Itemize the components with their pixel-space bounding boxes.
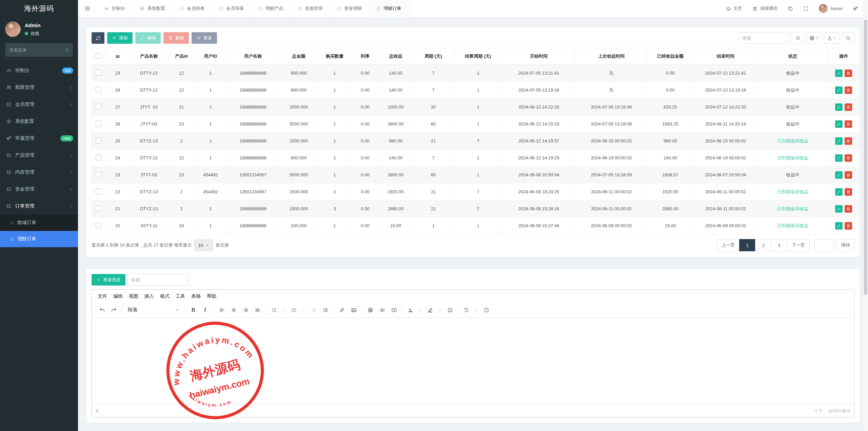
editor-menu-view[interactable]: 视图 — [126, 291, 141, 301]
settings-button[interactable] — [853, 6, 859, 12]
editor-menu-insert[interactable]: 插入 — [141, 291, 157, 301]
delete-row-button[interactable] — [845, 188, 852, 196]
nav-tab-4[interactable]: 理财产品 — [251, 0, 291, 17]
message-title-input[interactable] — [127, 274, 189, 286]
user-menu[interactable]: Admin — [819, 4, 843, 13]
select-all-checkbox[interactable] — [96, 53, 101, 59]
align-left-button[interactable] — [216, 304, 228, 316]
add-button[interactable]: 添加 — [107, 32, 133, 44]
sidebar-item-8[interactable]: 订单管理 — [0, 198, 78, 215]
sidebar-search-input[interactable] — [5, 43, 73, 57]
sidebar-toggle-button[interactable] — [78, 5, 97, 12]
sidebar-item-1[interactable]: 权限管理 — [0, 79, 78, 96]
next-page-button[interactable]: 下一页 — [787, 239, 810, 251]
row-checkbox[interactable] — [96, 87, 101, 93]
preview-button[interactable] — [376, 304, 388, 316]
clear-cache-button[interactable]: 清除缓存 — [752, 5, 777, 12]
align-justify-button[interactable] — [252, 304, 263, 316]
row-checkbox[interactable] — [96, 189, 101, 194]
media-button[interactable] — [388, 304, 400, 316]
nav-tab-1[interactable]: 系统配置 — [133, 0, 173, 17]
sidebar-item-5[interactable]: 产品管理 — [0, 147, 78, 164]
sidebar-item-0[interactable]: 控制台hot — [0, 62, 78, 79]
numbered-list-button[interactable]: 123 — [288, 304, 299, 316]
edit-row-button[interactable] — [835, 137, 843, 145]
delete-row-button[interactable] — [845, 137, 852, 145]
row-checkbox[interactable] — [96, 222, 101, 228]
export-button[interactable] — [824, 32, 840, 44]
page-size-select[interactable]: 10 — [194, 239, 213, 251]
redo-button[interactable] — [108, 304, 120, 316]
edit-row-button[interactable] — [835, 205, 843, 213]
edit-row-button[interactable] — [835, 188, 843, 196]
row-checkbox[interactable] — [96, 121, 101, 126]
delete-row-button[interactable] — [845, 86, 852, 94]
send-message-button[interactable]: 发送信息 — [92, 274, 125, 286]
align-center-button[interactable] — [228, 304, 239, 316]
emoji-button[interactable] — [444, 304, 456, 316]
image-button[interactable] — [348, 304, 359, 316]
delete-row-button[interactable] — [845, 70, 852, 77]
prev-page-button[interactable]: 上一页 — [717, 239, 739, 251]
nav-tab-2[interactable]: 会员列表 — [173, 0, 212, 17]
sidebar-item-7[interactable]: 资金管理 — [0, 181, 78, 198]
edit-row-button[interactable] — [835, 154, 843, 162]
highlight-color-button[interactable] — [425, 304, 436, 316]
search-toggle-button[interactable] — [842, 32, 854, 44]
more-button[interactable]: 更多 — [192, 32, 217, 44]
delete-row-button[interactable] — [845, 154, 852, 162]
bullet-list-caret[interactable] — [280, 304, 288, 316]
toggle-view-button[interactable] — [791, 32, 804, 44]
columns-button[interactable] — [806, 32, 822, 44]
edit-button[interactable]: 编辑 — [135, 32, 161, 44]
sidebar-item-6[interactable]: 内容管理 — [0, 164, 78, 181]
sidebar-item-2[interactable]: 会员管理 — [0, 96, 78, 113]
bold-button[interactable]: B — [188, 304, 199, 316]
text-color-button[interactable]: A — [405, 304, 416, 316]
link-button[interactable] — [336, 304, 348, 316]
editor-menu-tools[interactable]: 工具 — [173, 291, 188, 301]
edit-row-button[interactable] — [835, 86, 843, 94]
sidebar-item-3[interactable]: 系统配置 — [0, 113, 78, 130]
delete-row-button[interactable] — [845, 205, 852, 213]
row-checkbox[interactable] — [96, 155, 101, 160]
paragraph-format-select[interactable]: 段落 — [125, 304, 182, 316]
print-button[interactable] — [364, 304, 376, 316]
delete-row-button[interactable] — [845, 171, 852, 179]
page-button-1[interactable]: 1 — [739, 239, 755, 251]
page-scrollbar[interactable] — [863, 0, 868, 431]
sidebar-item-4[interactable]: 常规管理new — [0, 130, 78, 147]
delete-row-button[interactable] — [845, 103, 852, 111]
edit-row-button[interactable] — [835, 103, 843, 111]
jump-input[interactable] — [814, 239, 834, 251]
indent-button[interactable] — [319, 304, 331, 316]
editor-menu-table[interactable]: 表格 — [188, 291, 204, 301]
nav-tab-5[interactable]: 充值管理 — [291, 0, 330, 17]
editor-menu-format[interactable]: 格式 — [157, 291, 173, 301]
edit-row-button[interactable] — [835, 120, 843, 128]
editor-menu-help[interactable]: 帮助 — [204, 291, 219, 301]
nav-tab-7[interactable]: 理财订单 — [369, 0, 409, 17]
nav-tab-6[interactable]: 资金明细 — [330, 0, 369, 17]
docs-button[interactable] — [788, 6, 793, 11]
editor-menu-file[interactable]: 文件 — [95, 291, 110, 301]
spellcheck-button[interactable]: ABC — [461, 304, 472, 316]
edit-row-button[interactable] — [835, 70, 843, 77]
align-right-button[interactable] — [240, 304, 251, 316]
row-checkbox[interactable] — [96, 70, 101, 76]
home-link[interactable]: 主页 — [726, 5, 742, 12]
delete-button[interactable]: 删除 — [163, 32, 189, 44]
help-button[interactable]: ? — [480, 304, 492, 316]
row-checkbox[interactable] — [96, 172, 101, 177]
editor-content-area[interactable] — [92, 318, 854, 404]
sidebar-subitem-0[interactable]: 商城订单 — [0, 215, 78, 231]
refresh-button[interactable] — [92, 32, 104, 44]
fullscreen-button[interactable] — [803, 6, 809, 11]
row-checkbox[interactable] — [96, 205, 101, 211]
undo-button[interactable] — [96, 304, 108, 316]
numbered-list-caret[interactable] — [300, 304, 307, 316]
row-checkbox[interactable] — [96, 138, 101, 143]
outdent-button[interactable] — [308, 304, 319, 316]
bullet-list-button[interactable] — [268, 304, 280, 316]
table-search-input[interactable] — [738, 32, 789, 44]
